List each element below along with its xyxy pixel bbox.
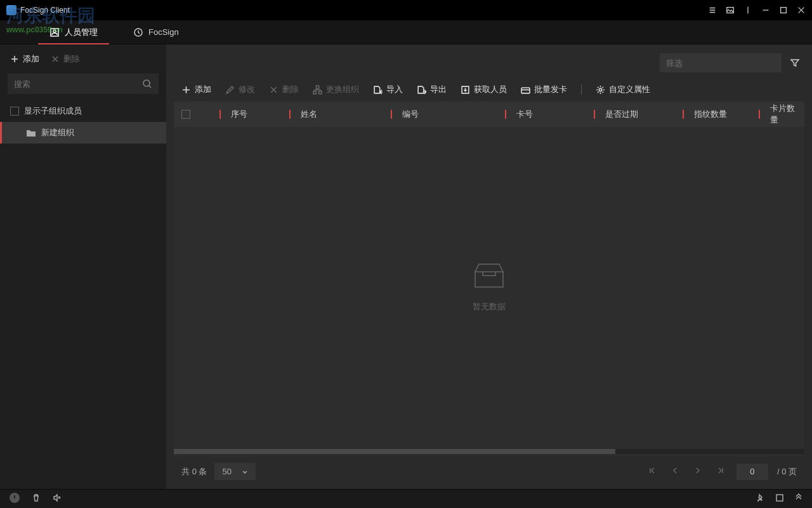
- close-icon[interactable]: [797, 6, 806, 15]
- app-icon: [6, 5, 16, 15]
- th-name[interactable]: 姓名: [282, 109, 383, 120]
- toolbar-separator: [581, 84, 582, 95]
- next-page-button[interactable]: [691, 464, 705, 479]
- last-page-button[interactable]: [714, 464, 728, 479]
- first-page-button[interactable]: [645, 464, 659, 479]
- svg-rect-1: [781, 8, 787, 13]
- toolbar: 添加 修改 删除 更换组织 导入 导出 获取人员 批量发卡 自定义属性: [174, 77, 804, 102]
- custom-attr-button[interactable]: 自定义属性: [596, 84, 650, 95]
- show-sub-org-toggle[interactable]: 显示子组织成员: [0, 100, 166, 122]
- alert-icon[interactable]: [9, 492, 20, 506]
- window-icon[interactable]: [775, 493, 784, 505]
- statusbar: [0, 489, 812, 508]
- chevron-down-icon: [242, 469, 248, 475]
- change-org-button[interactable]: 更换组织: [313, 84, 359, 95]
- svg-rect-6: [316, 86, 318, 88]
- x-icon: [269, 85, 278, 95]
- horizontal-scrollbar[interactable]: [174, 449, 804, 454]
- folder-icon: [26, 128, 36, 137]
- maximize-icon[interactable]: [779, 6, 788, 15]
- list-icon[interactable]: [708, 6, 717, 15]
- sidebar-add-button[interactable]: 添加: [10, 53, 39, 65]
- empty-box-icon: [470, 262, 508, 292]
- sidebar-delete-button[interactable]: 删除: [51, 53, 80, 65]
- edit-icon: [225, 85, 235, 95]
- svg-rect-7: [313, 91, 316, 93]
- th-checkbox[interactable]: [174, 110, 212, 119]
- personnel-icon: [49, 27, 60, 37]
- trash-icon[interactable]: [32, 493, 41, 505]
- app-title: FocSign Client: [20, 6, 70, 15]
- add-button[interactable]: 添加: [181, 84, 211, 95]
- th-number[interactable]: 编号: [383, 109, 497, 120]
- titlebar: FocSign Client: [0, 0, 812, 20]
- pagination: 共 0 条 50 / 0 页: [174, 457, 804, 489]
- svg-point-10: [599, 88, 601, 91]
- filter-button[interactable]: [785, 53, 804, 72]
- th-card[interactable]: 卡号: [497, 109, 586, 120]
- table: 序号 姓名 编号 卡号 是否过期 指纹数量 卡片数量 暂无数据: [174, 102, 804, 457]
- image-icon[interactable]: [726, 6, 735, 15]
- delete-button[interactable]: 删除: [269, 84, 299, 95]
- x-icon: [51, 55, 60, 64]
- export-icon: [417, 85, 426, 95]
- svg-point-3: [53, 30, 56, 32]
- checkbox[interactable]: [10, 107, 19, 116]
- search-input[interactable]: [14, 79, 142, 89]
- search-box[interactable]: [8, 74, 159, 94]
- card-icon: [521, 85, 530, 95]
- th-index[interactable]: 序号: [212, 109, 282, 120]
- svg-rect-12: [776, 495, 783, 501]
- tab-focsign-label: FocSign: [148, 27, 179, 37]
- th-fingerprint[interactable]: 指纹数量: [675, 109, 751, 120]
- sidebar: 添加 删除 显示子组织成员 新建组织: [0, 44, 166, 489]
- plus-icon: [10, 55, 19, 64]
- funnel-icon: [790, 58, 800, 68]
- prev-page-button[interactable]: [668, 464, 682, 479]
- tab-focsign[interactable]: FocSign: [122, 20, 190, 44]
- gear-icon: [596, 85, 605, 95]
- topbar: 人员管理 FocSign: [0, 20, 812, 44]
- minimize-icon[interactable]: [761, 6, 770, 15]
- tab-personnel[interactable]: 人员管理: [38, 20, 109, 44]
- mute-icon[interactable]: [52, 493, 61, 505]
- table-header: 序号 姓名 编号 卡号 是否过期 指纹数量 卡片数量: [174, 102, 804, 127]
- divider-icon: [743, 6, 752, 15]
- import-button[interactable]: 导入: [373, 84, 403, 95]
- empty-text: 暂无数据: [473, 301, 506, 312]
- modify-button[interactable]: 修改: [225, 84, 255, 95]
- search-icon[interactable]: [142, 79, 152, 89]
- org-tree: 显示子组织成员 新建组织: [0, 100, 166, 489]
- svg-point-5: [143, 80, 150, 86]
- focsign-icon: [133, 27, 143, 37]
- pin-icon[interactable]: [756, 493, 765, 505]
- page-input[interactable]: [737, 464, 768, 480]
- page-size-select[interactable]: 50: [214, 463, 255, 480]
- content-area: 添加 修改 删除 更换组织 导入 导出 获取人员 批量发卡 自定义属性 序号 姓…: [166, 44, 812, 489]
- page-total: / 0 页: [777, 466, 797, 478]
- th-expired[interactable]: 是否过期: [586, 109, 675, 120]
- filter-input[interactable]: [660, 53, 782, 72]
- svg-rect-8: [319, 91, 322, 93]
- import-icon: [373, 85, 383, 95]
- download-icon: [461, 85, 470, 95]
- svg-rect-9: [521, 88, 530, 93]
- get-person-button[interactable]: 获取人员: [461, 84, 507, 95]
- table-body: 暂无数据: [174, 127, 804, 446]
- plus-icon: [181, 85, 191, 95]
- export-button[interactable]: 导出: [417, 84, 447, 95]
- th-cardcount[interactable]: 卡片数量: [751, 103, 804, 126]
- select-all-checkbox[interactable]: [181, 110, 190, 119]
- total-label: 共 0 条: [181, 466, 207, 478]
- batch-card-button[interactable]: 批量发卡: [521, 84, 567, 95]
- tab-personnel-label: 人员管理: [65, 27, 98, 38]
- tree-item-new-org[interactable]: 新建组织: [0, 122, 166, 144]
- expand-up-icon[interactable]: [794, 493, 803, 505]
- org-icon: [313, 85, 322, 95]
